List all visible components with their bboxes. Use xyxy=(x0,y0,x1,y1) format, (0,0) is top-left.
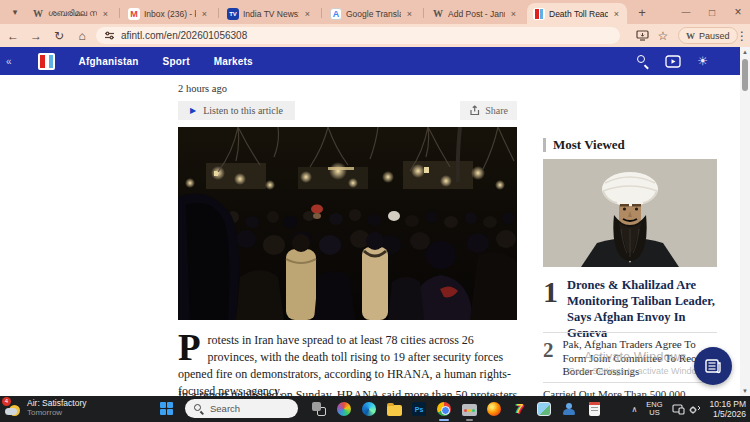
divider xyxy=(543,382,717,383)
tab-separator xyxy=(321,8,322,18)
share-button[interactable]: Share xyxy=(460,101,517,120)
photos-app-icon[interactable] xyxy=(535,400,553,418)
video-section-icon[interactable] xyxy=(665,55,681,68)
file-explorer-icon[interactable] xyxy=(385,400,403,418)
search-placeholder: Search xyxy=(210,403,240,414)
reload-button[interactable]: ↻ xyxy=(49,27,69,45)
browser-tab-addpost[interactable]: W Add Post - Janmabh × xyxy=(426,3,524,24)
nav-item-markets[interactable]: Markets xyxy=(214,56,253,67)
article-page: 2 hours ago ▶ Listen to this article Sha… xyxy=(0,75,740,396)
collapse-chevrons-icon[interactable]: « xyxy=(6,56,12,67)
send-to-devices-icon[interactable] xyxy=(632,27,652,44)
firefox-icon[interactable] xyxy=(485,400,503,418)
share-icon xyxy=(469,105,480,116)
listen-label: Listen to this article xyxy=(203,105,283,116)
browser-window: ▾ W ശബരിമല സ്വർ × M Inbox (236) - kavala… xyxy=(0,0,750,422)
light-mode-sun-icon[interactable]: ☀ xyxy=(697,54,708,68)
tab-search-button[interactable]: ▾ xyxy=(6,4,24,20)
afintl-logo[interactable] xyxy=(38,53,55,70)
tab-close-icon[interactable]: × xyxy=(303,9,312,19)
browser-tab-indiatv[interactable]: TV India TV News: Toda × xyxy=(221,3,318,24)
article-paragraph-cutoff: In a report published on Sunday, HRANA s… xyxy=(178,388,520,396)
scroll-down-arrow[interactable]: ▼ xyxy=(740,386,750,396)
heading-accent-bar xyxy=(543,138,546,152)
tab-title: Death Toll Reaches 1 xyxy=(549,9,608,19)
share-label: Share xyxy=(485,105,508,116)
nav-item-afghanistan[interactable]: Afghanistan xyxy=(79,56,139,67)
taskbar-weather-widget[interactable]: 4 Air: Satisfactory Tomorrow xyxy=(4,398,87,417)
google-translate-favicon: A xyxy=(330,8,342,20)
forward-button[interactable]: → xyxy=(26,27,46,45)
tab-separator xyxy=(218,8,219,18)
weather-icon: 4 xyxy=(4,399,22,417)
browser-tab-translate[interactable]: A Google Translate × xyxy=(324,3,420,24)
newspaper-icon xyxy=(704,358,722,374)
tab-title: Add Post - Janmabh xyxy=(448,9,505,19)
taskbar-search-box[interactable]: Search xyxy=(185,399,298,418)
tab-close-icon[interactable]: × xyxy=(509,9,518,19)
browser-tab-malayalam[interactable]: W ശബരിമല സ്വർ × xyxy=(26,3,116,24)
janmabhumi-w-favicon: W xyxy=(432,8,444,20)
extension-paused-pill[interactable]: W Paused xyxy=(678,27,738,44)
tab-close-icon[interactable]: × xyxy=(405,9,414,19)
back-button[interactable]: ← xyxy=(3,27,23,45)
tab-close-icon[interactable]: × xyxy=(101,9,110,19)
most-viewed-heading: Most Viewed xyxy=(543,137,625,153)
task-view-button[interactable] xyxy=(310,400,328,418)
window-close-button[interactable]: × xyxy=(724,0,750,24)
page-scrollbar[interactable]: ▲ ▼ xyxy=(740,47,750,396)
url-text[interactable]: afintl.com/en/202601056308 xyxy=(121,30,247,41)
taliban-leader-photo[interactable] xyxy=(543,159,717,267)
tab-close-icon[interactable]: × xyxy=(200,9,209,19)
chrome-browser-icon[interactable] xyxy=(435,400,453,418)
home-button[interactable]: ⌂ xyxy=(72,27,92,45)
browser-tab-strip: ▾ W ശബരിമല സ്വർ × M Inbox (236) - kavala… xyxy=(0,0,750,24)
site-navigation-bar: « Afghanistan Sport Markets ☀ xyxy=(0,47,740,75)
photo-editor-app-icon[interactable]: 7 xyxy=(510,400,528,418)
gmail-favicon: M xyxy=(128,8,140,20)
windows-taskbar: 4 Air: Satisfactory Tomorrow Search Ps 7 xyxy=(0,396,750,422)
item-title-partial[interactable]: Carried Out More Than 500,000 xyxy=(543,388,713,396)
janmabhumi-w-favicon: W xyxy=(32,8,44,20)
sticky-notes-app-icon[interactable] xyxy=(585,400,603,418)
browser-tab-active-article[interactable]: Death Toll Reaches 1 × xyxy=(527,3,627,24)
new-tab-button[interactable]: + xyxy=(633,4,651,21)
taskbar-clock[interactable]: 10:16 PM1/5/2026 xyxy=(710,399,746,419)
display-cast-icon[interactable] xyxy=(672,404,685,415)
play-icon: ▶ xyxy=(190,106,196,115)
edge-browser-icon[interactable] xyxy=(360,400,378,418)
remote-desktop-icon[interactable] xyxy=(460,400,478,418)
bookmark-star-icon[interactable]: ☆ xyxy=(653,27,673,44)
news-floating-action-button[interactable] xyxy=(694,347,732,385)
scrollbar-thumb[interactable] xyxy=(742,59,748,91)
tab-close-icon[interactable]: × xyxy=(612,9,621,19)
tray-status-icons[interactable] xyxy=(672,404,701,415)
language-indicator[interactable]: ENGUS xyxy=(646,401,662,417)
india-tv-favicon: TV xyxy=(227,8,239,20)
listen-to-article-button[interactable]: ▶ Listen to this article xyxy=(178,101,295,120)
activate-windows-watermark-line2: Go to Settings to activate Windo xyxy=(568,366,697,376)
minimize-button[interactable]: — xyxy=(672,0,700,24)
people-app-icon[interactable] xyxy=(560,400,578,418)
address-bar[interactable]: afintl.com/en/202601056308 xyxy=(96,27,620,44)
photoshop-icon[interactable]: Ps xyxy=(410,400,428,418)
tab-title: Inbox (236) - kavala xyxy=(144,9,196,19)
nav-item-sport[interactable]: Sport xyxy=(163,56,190,67)
browser-menu-icon[interactable]: ⋮ xyxy=(732,27,750,44)
scroll-up-arrow[interactable]: ▲ xyxy=(740,47,750,57)
extension-logo-icon: W xyxy=(686,31,695,41)
start-button[interactable] xyxy=(160,402,174,416)
site-search-icon[interactable] xyxy=(637,55,649,67)
widgets-app-icon[interactable] xyxy=(335,400,353,418)
tab-separator xyxy=(119,8,120,18)
notification-badge: 4 xyxy=(2,397,11,406)
tab-title: ശബരിമല സ്വർ xyxy=(48,8,97,19)
maximize-button[interactable]: □ xyxy=(698,0,726,24)
tray-chevron-icon[interactable]: ∧ xyxy=(631,405,637,414)
site-info-icon[interactable] xyxy=(104,30,115,41)
browser-tab-gmail[interactable]: M Inbox (236) - kavala × xyxy=(122,3,215,24)
most-viewed-item-3[interactable]: Carried Out More Than 500,000 xyxy=(543,388,719,396)
tab-title: Google Translate xyxy=(346,9,401,19)
browser-toolbar: ← → ↻ ⌂ afintl.com/en/202601056308 ☆ W P… xyxy=(0,24,750,47)
settings-gear-icon[interactable] xyxy=(688,404,701,415)
